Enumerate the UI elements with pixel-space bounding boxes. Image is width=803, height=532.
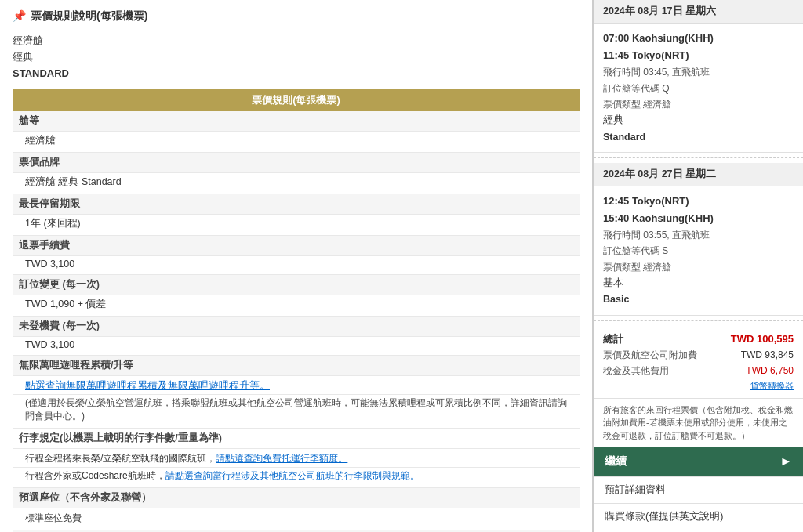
booking-detail-button[interactable]: 預訂詳細資料 xyxy=(594,476,803,503)
flight1-booking-class: 訂位艙等代碼 Q xyxy=(603,81,794,96)
right-panel: 2024年 08月 17日 星期六 07:00 Kaohsiung(KHH) 1… xyxy=(593,0,803,532)
fare-row-value: TWD 3,100 xyxy=(13,256,580,275)
flight1-dep-city: Kaohsiung(KHH) xyxy=(632,32,714,44)
tax-value: TWD 6,750 xyxy=(746,365,794,376)
tax-row: 稅金及其他費用 TWD 6,750 xyxy=(603,364,794,378)
continue-button[interactable]: 繼續 ► xyxy=(594,447,803,476)
mileage-note: (僅適用於長榮/立榮航空營運航班，搭乘聯盟航班或其他航空公司營運航班時，可能無法… xyxy=(25,397,567,422)
flight2-booking-class: 訂位艙等代碼 S xyxy=(603,243,794,259)
flight2-arr-city: Kaohsiung(KHH) xyxy=(632,212,714,224)
fare-value: TWD 93,845 xyxy=(741,349,794,360)
fare-row-value: TWD 1,090 + 價差 xyxy=(13,295,580,317)
tax-label: 稅金及其他費用 xyxy=(603,364,669,378)
flight2-arr-time: 15:40 xyxy=(603,212,629,224)
price-note: 所有旅客的來回行程票價（包含附加稅、稅金和燃油附加費用-若機票未使用或部分使用，… xyxy=(594,398,803,447)
class-line3: STANDARD xyxy=(13,66,580,82)
fare-row-value: 1年 (來回程) xyxy=(13,215,580,236)
seat-value: 標準座位免費 xyxy=(25,512,82,523)
fare-row-value: 經濟艙 xyxy=(13,132,580,153)
flight2-brand2: Basic xyxy=(603,291,794,308)
continue-arrow-icon: ► xyxy=(779,454,792,469)
flight1-block: 07:00 Kaohsiung(KHH) 11:45 Tokyo(NRT) 飛行… xyxy=(594,24,803,153)
flight2-arr: 15:40 Kaohsiung(KHH) xyxy=(603,210,794,227)
currency-link[interactable]: 貨幣轉換器 xyxy=(750,381,794,390)
continue-label: 繼續 xyxy=(605,454,627,469)
class-line1: 經濟艙 xyxy=(13,33,580,49)
fare-row-header: 訂位變更 (每一次) xyxy=(13,275,580,295)
fare-table: 艙等經濟艙票價品牌經濟艙 經典 Standard最長停留期限1年 (來回程)退票… xyxy=(13,111,580,356)
flight2-duration: 飛行時間 03:55, 直飛航班 xyxy=(603,227,794,243)
flight1-duration: 飛行時間 03:45, 直飛航班 xyxy=(603,64,794,80)
pin-icon: 📌 xyxy=(13,9,26,22)
fare-row-value: TWD 3,100 xyxy=(13,337,580,356)
page-title: 票價規則說明(每張機票) xyxy=(31,9,147,24)
fare-rules-header: 票價規則(每張機票) xyxy=(13,89,580,111)
flight1-brand2: Standard xyxy=(603,129,794,146)
baggage-line2-prefix: 行程含外家或Codeshare航班時， xyxy=(25,470,165,481)
baggage-link2[interactable]: 請點選查詢當行程涉及其他航空公司航班的行李限制與規範。 xyxy=(165,470,420,481)
class-line2: 經典 xyxy=(13,49,580,66)
fare-row-header: 艙等 xyxy=(13,111,580,132)
flight2-brand1: 基本 xyxy=(603,275,794,291)
flight2-fare-type: 票價類型 經濟艙 xyxy=(603,259,794,275)
flight2-dep-city: Tokyo(NRT) xyxy=(632,195,689,207)
flight1-arr: 11:45 Tokyo(NRT) xyxy=(603,47,794,64)
flight2-times: 12:45 Tokyo(NRT) xyxy=(603,193,794,210)
fare-row-header: 退票手續費 xyxy=(13,236,580,256)
date2-header: 2024年 08月 27日 星期二 xyxy=(594,163,803,186)
fare-row-header: 最長停留期限 xyxy=(13,194,580,215)
total-value: TWD 100,595 xyxy=(731,333,794,345)
flight1-arr-city: Tokyo(NRT) xyxy=(632,49,689,61)
mileage-header: 無限萬哩遊哩程累積/升等 xyxy=(13,356,580,376)
class-info: 經濟艙 經典 STANDARD xyxy=(13,33,580,81)
seat-header: 預選座位（不含外家及聯營） xyxy=(13,488,580,508)
date1-header: 2024年 08月 17日 星期六 xyxy=(594,0,803,24)
flight1-dep-time: 07:00 xyxy=(603,32,629,44)
flight2-block: 12:45 Tokyo(NRT) 15:40 Kaohsiung(KHH) 飛行… xyxy=(594,186,803,316)
mileage-section: 無限萬哩遊哩程累積/升等 點選查詢無限萬哩遊哩程累積及無限萬哩遊哩程升等。 (僅… xyxy=(13,356,580,532)
left-panel: 📌 票價規則說明(每張機票) 經濟艙 經典 STANDARD 票價規則(每張機票… xyxy=(0,0,593,532)
divider2 xyxy=(594,320,803,321)
baggage-link1[interactable]: 請點選查詢免費托運行李額度。 xyxy=(216,453,347,464)
fare-row-header: 未登機費 (每一次) xyxy=(13,317,580,337)
fare-row-value: 經濟艙 經典 Standard xyxy=(13,173,580,194)
fare-row-header: 票價品牌 xyxy=(13,153,580,173)
flight1-fare-type: 票價類型 經濟艙 xyxy=(603,96,794,112)
baggage-header: 行李規定(以機票上載明的行李件數/重量為準) xyxy=(13,429,580,449)
baggage-line1-prefix: 行程全程搭乘長榮/立榮航空執飛的國際航班， xyxy=(25,453,216,464)
mileage-link[interactable]: 點選查詢無限萬哩遊哩程累積及無限萬哩遊哩程升等。 xyxy=(25,380,270,391)
fare-label: 票價及航空公司附加費 xyxy=(603,349,697,362)
pin-title-row: 📌 票價規則說明(每張機票) xyxy=(13,9,580,24)
total-label: 總計 xyxy=(603,332,623,346)
flight1-brand1: 經典 xyxy=(603,112,794,128)
flight1-times: 07:00 Kaohsiung(KHH) xyxy=(603,30,794,47)
flight2-dep-time: 12:45 xyxy=(603,195,629,207)
divider1 xyxy=(594,157,803,158)
flight1-arr-time: 11:45 xyxy=(603,49,629,61)
price-block: 總計 TWD 100,595 票價及航空公司附加費 TWD 93,845 稅金及… xyxy=(594,326,803,398)
fare-row: 票價及航空公司附加費 TWD 93,845 xyxy=(603,349,794,362)
purchase-terms-button[interactable]: 購買條款(僅提供英文說明) xyxy=(594,503,803,530)
total-row: 總計 TWD 100,595 xyxy=(603,332,794,346)
